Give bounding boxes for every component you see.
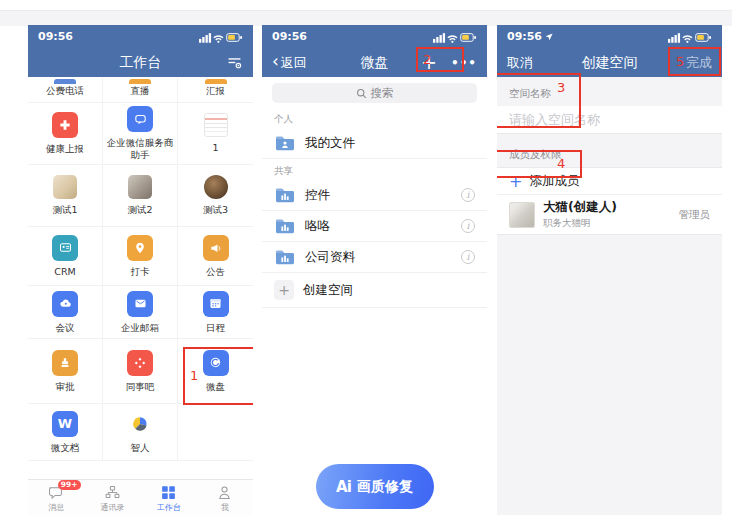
search-input[interactable]: 搜索 [272,83,477,103]
app-test1[interactable]: 测试1 [28,165,103,227]
row-shared-folder[interactable]: 咯咯 i [262,211,487,242]
grid-icon [160,484,177,501]
info-icon[interactable]: i [461,188,475,202]
done-button[interactable]: 完成 [686,54,712,72]
search-icon [356,88,367,99]
app-clock-in[interactable]: 打卡 [103,227,178,286]
avatar-thumbnail [204,175,228,199]
tab-contacts[interactable]: 通讯录 [84,480,140,515]
member-row[interactable]: 大猫(创建人) 职务大猫明 管理员 [497,195,722,235]
location-pin-icon [127,235,153,261]
unread-badge: 99+ [58,480,81,490]
workbench-navbar: 工作台 [28,48,253,77]
info-icon[interactable]: i [461,219,475,233]
clock-text: 09:56 [38,30,73,43]
member-avatar [509,202,535,228]
app-schedule[interactable]: 日程 [178,286,253,339]
member-name: 大猫(创建人) [543,199,617,216]
app-public-phone[interactable]: 公费电话 [28,77,103,103]
space-name-row [497,106,722,134]
page-top-strip [0,10,732,26]
members-permissions-label: 成员及权限 [497,134,722,167]
app-wedoc[interactable]: W 微文档 [28,404,103,461]
screenshot-thumbnail [204,113,228,137]
app-mailbox[interactable]: 企业邮箱 [103,286,178,339]
more-button[interactable]: ••• [451,56,477,70]
photo-thumbnail [128,175,152,199]
tab-messages[interactable]: 消息 99+ [28,480,84,515]
page-title: 工作台 [28,54,253,72]
ai-quality-repair-button[interactable]: Ai 画质修复 [316,464,434,509]
annotation-number-4: 4 [557,156,565,171]
member-role: 管理员 [679,208,711,222]
app-service-assistant[interactable]: 企业微信服务商助手 [103,103,178,165]
id-card-icon [52,235,78,261]
section-personal: 个人 [262,107,487,128]
annotation-number-3: 3 [557,80,565,95]
megaphone-icon [203,235,229,261]
row-create-space[interactable]: + 创建空间 [262,273,487,308]
annotation-number-5: 5 [676,54,684,69]
app-zhiren[interactable]: 智人 [103,404,178,461]
row-shared-folder[interactable]: 控件 i [262,180,487,211]
app-colleagues[interactable]: 同事吧 [103,339,178,404]
shared-folder-icon [274,248,296,266]
shared-folder-icon [274,217,296,235]
clock-text: 09:56 [507,30,542,43]
row-my-files[interactable]: 我的文件 [262,128,487,159]
app-live[interactable]: 直播 [103,77,178,103]
app-test2[interactable]: 测试2 [103,165,178,227]
wedrive-disc-icon [203,350,229,376]
tab-workbench[interactable]: 工作台 [141,480,197,515]
calendar-icon [203,291,229,317]
search-area: 搜索 [262,77,487,107]
empty-cell [178,404,253,461]
plus-icon: + [509,172,522,191]
app-health-report[interactable]: 健康上报 [28,103,103,165]
tab-me[interactable]: 我 [197,480,253,515]
app-report[interactable]: 汇报 [178,77,253,103]
wedrive-navbar: ‹返回 微盘 + ••• [262,48,487,77]
app-meeting[interactable]: 会议 [28,286,103,339]
workbench-screen: 09:56 工作台 公费电话 直播 汇报 [28,25,253,515]
cloud-meeting-icon [52,291,78,317]
create-space-navbar: 取消 创建空间 完成 [497,48,722,77]
shared-folder-icon [274,186,296,204]
app-screenshot-1[interactable]: 1 [178,103,253,165]
chevron-left-icon: ‹ [272,53,279,70]
photo-thumbnail [53,175,77,199]
live-icon [129,79,151,84]
ai-logo: Ai [336,478,351,496]
create-space-screen: 09:56 取消 创建空间 完成 空间名称 成员及权限 + 添加成员 [497,25,722,515]
chat-bubble-icon [127,106,153,132]
add-member-button[interactable]: + 添加成员 [497,167,722,195]
phone-icon [54,79,76,84]
status-icons [433,31,477,43]
row-shared-folder[interactable]: 公司资料 i [262,242,487,273]
app-test3[interactable]: 测试3 [178,165,253,227]
pie-cube-icon [127,411,153,437]
location-arrow-icon [545,33,553,41]
cancel-button[interactable]: 取消 [507,54,533,72]
info-icon[interactable]: i [461,250,475,264]
status-bar: 09:56 [262,25,487,48]
member-subtitle: 职务大猫明 [543,217,617,230]
wedoc-w-icon: W [52,411,78,437]
app-crm[interactable]: CRM [28,227,103,286]
back-button[interactable]: ‹返回 [272,54,307,72]
space-name-label: 空间名称 [497,77,722,106]
annotation-number-2: 2 [423,52,431,67]
app-approval[interactable]: 审批 [28,339,103,404]
app-announcement[interactable]: 公告 [178,227,253,286]
status-icons [668,31,712,43]
compass-diamond-icon [127,350,153,376]
app-grid: 公费电话 直播 汇报 健康上报 企业微信服务商助手 1 测试1 测试2 测试3 [28,77,253,461]
list-gear-icon [226,54,243,71]
manage-apps-button[interactable] [226,54,243,71]
stamp-icon [52,350,78,376]
report-icon [205,79,227,84]
status-icons [199,31,243,43]
folder-person-icon [274,134,296,152]
space-name-input[interactable] [509,112,710,127]
bottom-tab-bar: 消息 99+ 通讯录 工作台 我 [28,479,253,515]
